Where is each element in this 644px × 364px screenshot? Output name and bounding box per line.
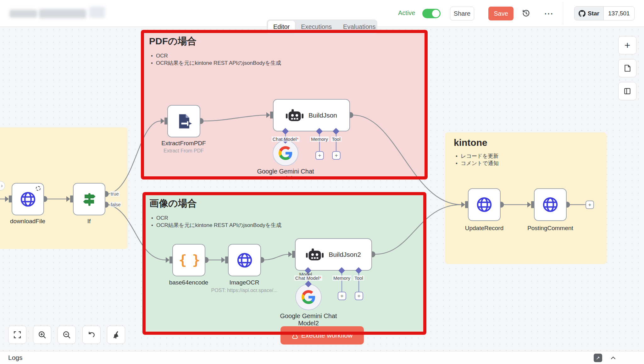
gemini1-label: Google Gemini Chat Model3 <box>245 168 326 179</box>
node-base64encode[interactable]: { } <box>172 244 205 276</box>
pdf-note-title: PDFの場合 <box>149 35 426 48</box>
tool-port-label: Tool <box>331 136 341 142</box>
split-panel-icon <box>623 87 631 95</box>
save-button[interactable]: Save <box>488 7 514 20</box>
tab-evaluations[interactable]: Evaluations <box>338 21 381 33</box>
view-tabs: Editor Executions Evaluations <box>267 19 377 34</box>
gemini2-label-line1: Google Gemini Chat <box>268 312 349 320</box>
open-logs-window-button[interactable]: ↗ <box>594 354 602 362</box>
tool-port-label-2: Tool <box>353 275 364 281</box>
undo-button[interactable] <box>82 326 101 344</box>
node-imageocr[interactable] <box>228 244 261 276</box>
tab-editor[interactable]: Editor <box>268 21 295 33</box>
node-downloadfile[interactable] <box>12 183 44 215</box>
image-note-bullets: OCR OCR結果を元にkintone REST APIのjsonBodyを生成 <box>149 214 425 229</box>
history-clock-icon <box>522 9 530 18</box>
retry-loop-icon <box>36 186 41 191</box>
required-mark: * <box>297 136 298 142</box>
node-label-extractfrompdf: ExtractFromPDF <box>161 140 206 147</box>
node-postingcomment[interactable] <box>534 188 567 221</box>
toggle-knob <box>432 10 440 17</box>
node-label-updaterecord: UpdateRecord <box>465 225 504 232</box>
image-bullet-2: OCR結果を元にkintone REST APIのjsonBodyを生成 <box>149 222 425 229</box>
node-buildjson[interactable]: BuildJson <box>273 99 350 131</box>
github-star-label: Star <box>588 10 599 17</box>
node-extractfrompdf[interactable] <box>167 105 200 137</box>
gemini2-label: Google Gemini Chat Model2 <box>268 312 349 328</box>
chat-model-text-2: Chat Model <box>295 275 319 281</box>
required-mark-2: * <box>319 275 321 281</box>
globe-icon <box>19 191 36 208</box>
gemini1-label-line1: Google Gemini Chat <box>245 168 326 175</box>
braces-icon: { } <box>179 252 199 268</box>
node-label-postingcomment: PostingComment <box>527 225 573 232</box>
redacted-badge <box>89 7 105 18</box>
add-node-button[interactable]: + <box>618 36 636 54</box>
add-memory-button-2[interactable]: + <box>338 292 346 300</box>
robot-icon <box>306 248 324 262</box>
github-star-count[interactable]: 137,501 <box>604 7 634 20</box>
github-logo-icon <box>579 10 586 17</box>
fit-view-button[interactable] <box>8 326 26 344</box>
history-button[interactable] <box>520 7 532 19</box>
tidy-up-button[interactable] <box>107 326 125 344</box>
node-if[interactable] <box>73 183 105 215</box>
execute-workflow-label: Execute workflow <box>301 332 353 339</box>
fit-view-icon <box>13 331 21 339</box>
extract-file-icon <box>175 113 193 130</box>
node-label-imageocr: ImageOCR <box>229 279 259 286</box>
node-gemini-chat-model[interactable] <box>273 140 298 166</box>
globe-icon <box>476 196 493 213</box>
memory-port-label: Memory <box>310 136 329 142</box>
node-sublabel-imageocr: POST: https://api.ocr.space/... <box>211 288 278 293</box>
flask-icon <box>292 332 298 339</box>
toggle-panel-button[interactable] <box>618 82 636 100</box>
chevron-up-icon <box>610 355 616 361</box>
node-gemini-chat-model2[interactable] <box>295 284 322 310</box>
kintone-note-title: kintone <box>454 137 607 148</box>
execute-workflow-button[interactable]: Execute workflow <box>280 326 364 345</box>
node-label-buildjson: BuildJson <box>308 112 337 119</box>
node-label-buildjson2: BuildJson2 <box>329 251 361 258</box>
zoom-out-button[interactable] <box>58 326 76 344</box>
share-button[interactable]: Share <box>450 7 474 20</box>
pdf-bullet-2: OCR結果を元にkintone REST APIのjsonBodyを生成 <box>149 59 426 67</box>
node-sublabel-extractfrompdf: Extract From PDF <box>164 148 204 154</box>
github-star-button[interactable]: Star <box>575 7 604 20</box>
image-note-title: 画像の場合 <box>149 197 425 210</box>
zoom-in-button[interactable] <box>33 326 51 344</box>
plus-icon: + <box>625 40 630 51</box>
add-tool-button-2[interactable]: + <box>355 292 363 300</box>
zoom-out-icon <box>63 331 71 339</box>
expand-logs-button[interactable] <box>609 354 617 362</box>
if-output-false-label: false <box>110 202 121 207</box>
broom-icon <box>112 331 120 339</box>
google-g-icon <box>279 146 292 160</box>
add-next-node-button[interactable]: + <box>586 201 594 209</box>
workflow-editor: kintone レコードを更新 コメントで通知 PDFの場合 OCR OCR結果… <box>0 0 644 364</box>
robot-icon <box>286 108 303 122</box>
kintone-note-bullets: レコードを更新 コメントで通知 <box>454 152 607 167</box>
add-memory-button[interactable]: + <box>315 151 324 160</box>
pdf-note-bullets: OCR OCR結果を元にkintone REST APIのjsonBodyを生成 <box>149 52 426 67</box>
chevron-right-icon: › <box>1 183 3 189</box>
google-g-icon <box>302 290 315 304</box>
kintone-bullet-1: レコードを更新 <box>454 152 607 160</box>
gemini2-label-line2: Model2 <box>268 320 349 327</box>
add-tool-button[interactable]: + <box>332 151 341 160</box>
memory-port-label-2: Memory <box>332 275 351 281</box>
more-options-button[interactable]: ⋯ <box>542 7 555 19</box>
redacted-breadcrumb <box>9 10 37 18</box>
node-updaterecord[interactable] <box>468 188 501 221</box>
pdf-bullet-1: OCR <box>149 52 426 59</box>
active-toggle[interactable] <box>422 9 441 18</box>
globe-icon <box>236 252 253 269</box>
add-sticky-note-button[interactable] <box>618 59 636 77</box>
logs-panel-bar[interactable]: Logs ↗ <box>0 351 644 364</box>
node-buildjson2[interactable]: BuildJson2 <box>295 238 372 271</box>
github-star-widget[interactable]: Star 137,501 <box>574 6 635 20</box>
chat-model-port-label-2: Chat Model* <box>294 275 322 281</box>
redacted-workflow-title <box>39 9 86 18</box>
tab-executions[interactable]: Executions <box>296 21 337 33</box>
logs-title: Logs <box>8 354 23 361</box>
